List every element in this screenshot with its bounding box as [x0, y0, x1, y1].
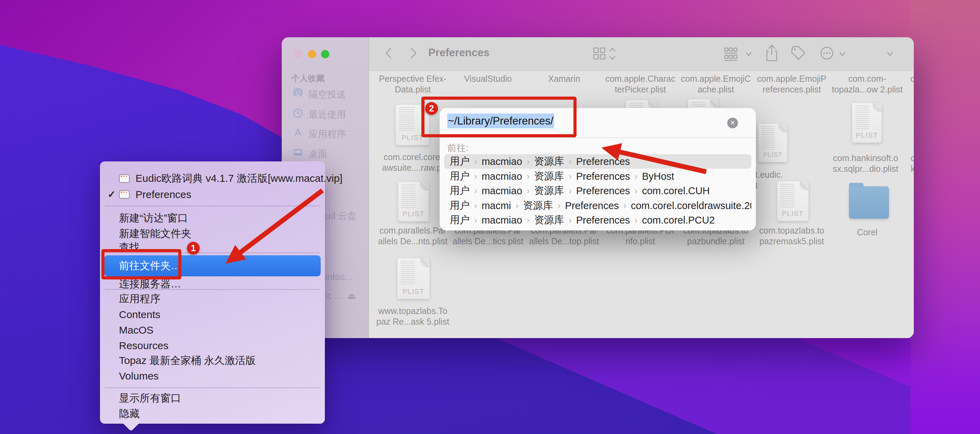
annotation-badge-1: 1: [187, 242, 200, 255]
annotation-arrow-2: [601, 143, 706, 172]
screen: 个人收藏 隔空投送 最近使用 应用程序 桌面 ud 云盘 intos... ic…: [0, 0, 980, 434]
annotation-arrow-1: [226, 190, 322, 263]
annotation-arrows: [0, 0, 980, 434]
annotation-badge-2: 2: [425, 102, 438, 115]
